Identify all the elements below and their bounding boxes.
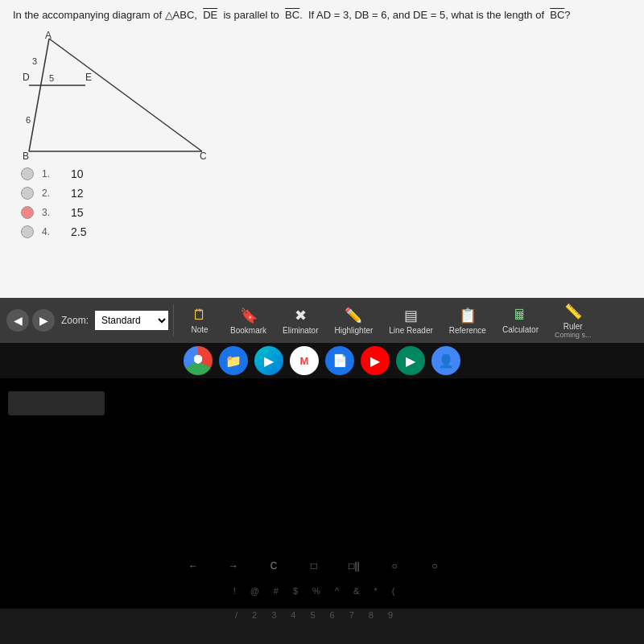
answer-item-4[interactable]: 4. 2.5: [21, 225, 631, 238]
answer-item-2[interactable]: 2. 12: [21, 187, 631, 200]
answer-num-1: 1.: [42, 168, 55, 180]
svg-line-0: [29, 39, 49, 151]
gmail-icon[interactable]: M: [290, 346, 319, 375]
docs-icon[interactable]: 📄: [325, 346, 354, 375]
files-icon[interactable]: 📁: [219, 346, 248, 375]
youtube-icon[interactable]: ▶: [361, 346, 390, 375]
key-star: *: [374, 586, 377, 596]
ruler-label: Ruler: [564, 322, 583, 331]
key-percent: %: [312, 586, 320, 596]
answer-choices: 1. 10 2. 12 3. 15 4. 2.5: [13, 167, 631, 238]
vertex-a-label: A: [45, 31, 52, 41]
measure-db: 6: [26, 115, 31, 125]
play-icon[interactable]: ▶: [254, 346, 283, 375]
toolbar-divider-1: [173, 304, 174, 336]
key-back: ←: [185, 560, 201, 572]
calculator-label: Calculator: [502, 325, 539, 334]
calculator-icon: 🖩: [513, 307, 527, 324]
key-circle: ○: [386, 560, 402, 572]
highlighter-label: Highlighter: [335, 326, 374, 335]
ruler-icon: 📏: [564, 303, 582, 320]
playstore-icon[interactable]: ▶: [396, 346, 425, 375]
radio-1[interactable]: [21, 167, 34, 180]
user-icon[interactable]: 👤: [431, 346, 460, 375]
key-dollar: $: [293, 586, 298, 596]
linereader-icon: ▤: [404, 307, 418, 324]
svg-line-1: [49, 39, 202, 151]
main-content: In the accompanying diagram of △ABC, DE …: [0, 0, 644, 298]
measure-de: 5: [49, 73, 54, 83]
calculator-tool[interactable]: 🖩 Calculator: [496, 300, 545, 341]
key-at: @: [250, 586, 259, 596]
key-lparen: (: [392, 586, 395, 596]
zoom-label: Zoom:: [61, 315, 89, 326]
measure-ad: 3: [32, 56, 37, 66]
key-excl: !: [233, 586, 236, 596]
ruler-tool[interactable]: 📏 Ruler Coming s...: [548, 300, 598, 341]
key-3: 3: [271, 610, 276, 620]
black-area: ← → C □ □|| ○ ○ ! @ # $ % ^ & * ( / 2 3 …: [0, 378, 644, 609]
bookmark-tool[interactable]: 🔖 Bookmark: [224, 300, 273, 341]
eliminator-label: Eliminator: [283, 326, 318, 335]
taskbar: 📁 ▶ M 📄 ▶ ▶ 👤: [0, 343, 644, 378]
answer-val-2: 12: [71, 187, 84, 200]
key-8: 8: [369, 610, 374, 620]
nav-back-button[interactable]: ◀: [6, 309, 29, 332]
note-icon: 🗒: [192, 307, 207, 324]
note-label: Note: [191, 325, 208, 334]
key-6: 6: [330, 610, 335, 620]
key-1: /: [235, 610, 237, 620]
eliminator-tool[interactable]: ✖ Eliminator: [276, 300, 324, 341]
key-amp: &: [353, 586, 359, 596]
bc-segment-ans: BC: [550, 9, 564, 21]
key-4: 4: [291, 610, 295, 620]
reference-label: Reference: [449, 326, 486, 335]
answer-val-4: 2.5: [71, 225, 86, 238]
key-square2: □||: [346, 560, 362, 572]
answer-item-3[interactable]: 3. 15: [21, 206, 631, 219]
note-tool[interactable]: 🗒 Note: [179, 300, 221, 341]
question-text: In the accompanying diagram of △ABC, DE …: [13, 8, 631, 23]
key-9: 9: [388, 610, 393, 620]
key-forward: →: [225, 560, 242, 572]
linereader-tool[interactable]: ▤ Line Reader: [382, 300, 439, 341]
key-square: □: [306, 560, 322, 572]
black-rect-1: [8, 391, 105, 415]
bookmark-label: Bookmark: [230, 326, 266, 335]
key-5: 5: [310, 610, 315, 620]
key-2: 2: [252, 610, 257, 620]
chrome-icon[interactable]: [184, 346, 213, 375]
ruler-coming-soon: Coming s...: [555, 331, 592, 339]
key-caret: ^: [335, 586, 339, 596]
highlighter-tool[interactable]: ✏️ Highlighter: [328, 300, 380, 341]
highlighter-icon: ✏️: [345, 307, 362, 324]
radio-3[interactable]: [21, 206, 34, 219]
nav-forward-button[interactable]: ▶: [32, 309, 55, 332]
bc-segment-q: BC: [285, 9, 299, 21]
answer-num-4: 4.: [42, 226, 55, 237]
answer-num-3: 3.: [42, 207, 55, 218]
de-segment: DE: [203, 9, 217, 21]
vertex-e-label: E: [85, 72, 92, 83]
answer-item-1[interactable]: 1. 10: [21, 167, 631, 180]
radio-2[interactable]: [21, 187, 34, 200]
answer-val-3: 15: [71, 206, 84, 219]
reference-tool[interactable]: 📋 Reference: [443, 300, 493, 341]
diagram-area: A D E B C 3 5 6: [21, 31, 214, 159]
answer-num-2: 2.: [42, 188, 55, 199]
key-circle2: ○: [427, 560, 443, 572]
linereader-label: Line Reader: [389, 326, 432, 335]
zoom-select[interactable]: Standard Large Extra Large: [95, 311, 168, 330]
vertex-b-label: B: [23, 151, 29, 162]
key-7: 7: [349, 610, 354, 620]
reference-icon: 📋: [459, 307, 477, 324]
vertex-c-label: C: [200, 151, 207, 162]
answer-val-1: 10: [71, 167, 84, 180]
bookmark-icon: 🔖: [240, 307, 258, 324]
radio-4[interactable]: [21, 225, 34, 238]
triangle-svg: A D E B C 3 5 6: [21, 31, 214, 163]
eliminator-icon: ✖: [295, 307, 307, 324]
toolbar: ◀ ▶ Zoom: Standard Large Extra Large 🗒 N…: [0, 298, 644, 343]
key-refresh: C: [266, 560, 282, 572]
vertex-d-label: D: [23, 72, 30, 83]
